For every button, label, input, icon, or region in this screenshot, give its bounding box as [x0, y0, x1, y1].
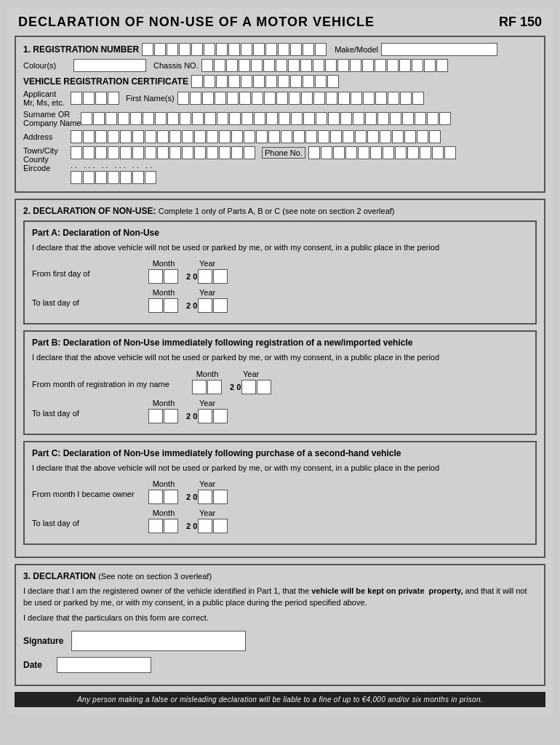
date-input[interactable]: [57, 657, 151, 673]
addr-box-4[interactable]: [108, 130, 119, 143]
pa-to-m2[interactable]: [164, 298, 178, 313]
sn-box-30[interactable]: [439, 112, 451, 125]
make-model-input[interactable]: [381, 43, 497, 56]
fn-box-17[interactable]: [375, 92, 387, 105]
pc-from-m1[interactable]: [148, 490, 163, 504]
vrc-box-10[interactable]: [303, 75, 314, 88]
addr-box-21[interactable]: [318, 130, 329, 143]
eircode-box-6[interactable]: [132, 171, 144, 184]
town-box-2[interactable]: [83, 146, 95, 159]
reg-box-3[interactable]: [167, 43, 178, 56]
fn-box-8[interactable]: [264, 92, 276, 105]
chassis-box-11[interactable]: [325, 59, 337, 72]
addr-box-12[interactable]: [207, 130, 218, 143]
town-box-13[interactable]: [219, 146, 231, 159]
fn-box-3[interactable]: [202, 92, 214, 105]
eircode-box-1[interactable]: [71, 171, 82, 184]
town-box-1[interactable]: [71, 146, 82, 159]
reg-box-15[interactable]: [315, 43, 327, 56]
chassis-box-5[interactable]: [251, 59, 263, 72]
town-box-6[interactable]: [132, 146, 144, 159]
sn-box-9[interactable]: [180, 112, 191, 125]
eircode-box-7[interactable]: [145, 171, 156, 184]
chassis-box-8[interactable]: [288, 59, 300, 72]
pb-from-m2[interactable]: [207, 380, 222, 394]
fn-box-16[interactable]: [363, 92, 375, 105]
chassis-box-20[interactable]: [436, 59, 448, 72]
chassis-box-10[interactable]: [313, 59, 324, 72]
addr-box-22[interactable]: [330, 130, 342, 143]
reg-box-9[interactable]: [241, 43, 252, 56]
town-box-14[interactable]: [231, 146, 243, 159]
sn-box-19[interactable]: [303, 112, 315, 125]
reg-box-5[interactable]: [191, 43, 203, 56]
town-box-11[interactable]: [194, 146, 206, 159]
sn-box-23[interactable]: [353, 112, 364, 125]
chassis-box-12[interactable]: [337, 59, 349, 72]
phone-box-10[interactable]: [420, 146, 431, 159]
vrc-box-7[interactable]: [265, 75, 277, 88]
pb-from-y2[interactable]: [257, 380, 271, 394]
eircode-box-4[interactable]: [108, 171, 119, 184]
phone-box-9[interactable]: [407, 146, 419, 159]
eircode-box-5[interactable]: [120, 171, 132, 184]
reg-box-6[interactable]: [204, 43, 215, 56]
addr-box-24[interactable]: [355, 130, 367, 143]
addr-box-3[interactable]: [95, 130, 107, 143]
mr-box-3[interactable]: [95, 92, 107, 105]
addr-box-2[interactable]: [83, 130, 95, 143]
addr-box-6[interactable]: [132, 130, 144, 143]
pb-to-y2[interactable]: [213, 409, 228, 423]
mr-box-2[interactable]: [83, 92, 95, 105]
fn-box-20[interactable]: [412, 92, 424, 105]
pb-from-y1[interactable]: [241, 380, 256, 394]
addr-box-20[interactable]: [305, 130, 317, 143]
vrc-box-11[interactable]: [315, 75, 327, 88]
reg-box-1[interactable]: [142, 43, 153, 56]
addr-box-27[interactable]: [392, 130, 404, 143]
addr-box-25[interactable]: [367, 130, 379, 143]
sn-box-12[interactable]: [217, 112, 228, 125]
pc-to-m1[interactable]: [148, 519, 163, 533]
eircode-box-3[interactable]: [95, 171, 107, 184]
fn-box-5[interactable]: [227, 92, 239, 105]
signature-input[interactable]: [71, 631, 246, 651]
sn-box-20[interactable]: [316, 112, 327, 125]
addr-box-18[interactable]: [281, 130, 292, 143]
town-box-10[interactable]: [182, 146, 193, 159]
addr-box-11[interactable]: [194, 130, 206, 143]
phone-box-12[interactable]: [444, 146, 456, 159]
addr-box-1[interactable]: [71, 130, 82, 143]
mr-box-4[interactable]: [108, 92, 119, 105]
chassis-box-19[interactable]: [424, 59, 436, 72]
phone-box-7[interactable]: [383, 146, 394, 159]
addr-box-28[interactable]: [404, 130, 416, 143]
pb-to-m2[interactable]: [164, 409, 178, 423]
sn-box-7[interactable]: [155, 112, 167, 125]
addr-box-17[interactable]: [268, 130, 280, 143]
chassis-box-2[interactable]: [214, 59, 225, 72]
addr-box-19[interactable]: [293, 130, 305, 143]
town-box-15[interactable]: [244, 146, 255, 159]
vrc-box-3[interactable]: [216, 75, 228, 88]
sn-box-18[interactable]: [291, 112, 303, 125]
addr-box-9[interactable]: [169, 130, 181, 143]
chassis-box-4[interactable]: [239, 59, 250, 72]
pa-to-y1[interactable]: [198, 298, 212, 313]
pc-from-y2[interactable]: [213, 490, 228, 504]
pa-from-y1[interactable]: [198, 269, 212, 284]
reg-box-4[interactable]: [179, 43, 191, 56]
eircode-box-2[interactable]: [83, 171, 95, 184]
pb-from-m1[interactable]: [192, 380, 207, 394]
reg-box-7[interactable]: [216, 43, 228, 56]
chassis-box-17[interactable]: [399, 59, 411, 72]
reg-box-11[interactable]: [265, 43, 277, 56]
fn-box-13[interactable]: [326, 92, 337, 105]
fn-box-2[interactable]: [190, 92, 201, 105]
fn-box-15[interactable]: [351, 92, 362, 105]
reg-box-12[interactable]: [278, 43, 289, 56]
pc-to-y1[interactable]: [198, 519, 212, 533]
chassis-box-3[interactable]: [226, 59, 238, 72]
vrc-box-8[interactable]: [278, 75, 289, 88]
phone-box-2[interactable]: [321, 146, 332, 159]
